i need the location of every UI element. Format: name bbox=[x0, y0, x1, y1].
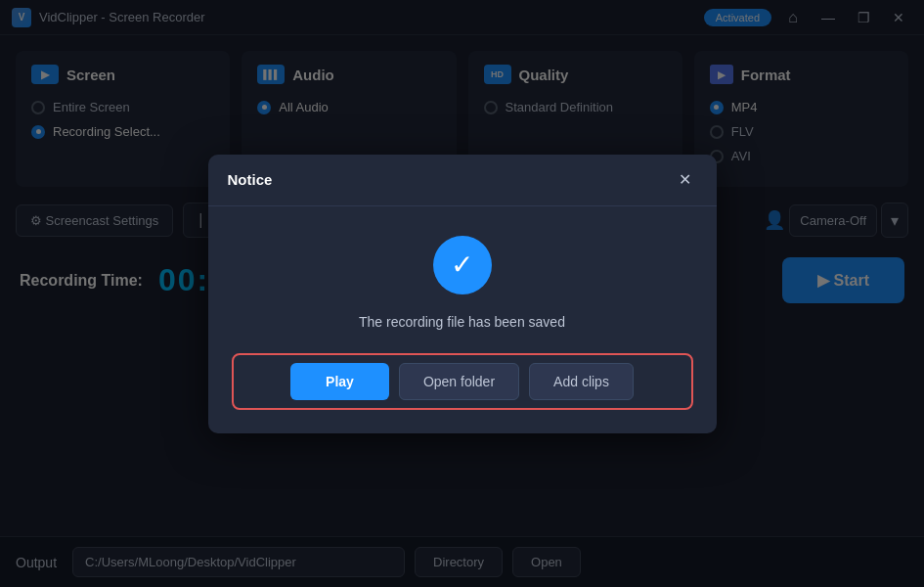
modal-message: The recording file has been saved bbox=[232, 314, 693, 330]
modal-close-button[interactable]: ✕ bbox=[674, 168, 697, 192]
success-check-icon: ✓ bbox=[433, 236, 492, 294]
open-folder-button[interactable]: Open folder bbox=[399, 363, 519, 400]
modal-overlay[interactable]: Notice ✕ ✓ The recording file has been s… bbox=[0, 0, 924, 587]
modal-header: Notice ✕ bbox=[208, 155, 717, 206]
modal-body: ✓ The recording file has been saved Play… bbox=[208, 206, 717, 433]
play-button[interactable]: Play bbox=[290, 363, 389, 400]
modal-title: Notice bbox=[228, 171, 273, 188]
modal-actions: Play Open folder Add clips bbox=[232, 353, 693, 410]
notice-modal: Notice ✕ ✓ The recording file has been s… bbox=[208, 155, 717, 433]
add-clips-button[interactable]: Add clips bbox=[529, 363, 634, 400]
